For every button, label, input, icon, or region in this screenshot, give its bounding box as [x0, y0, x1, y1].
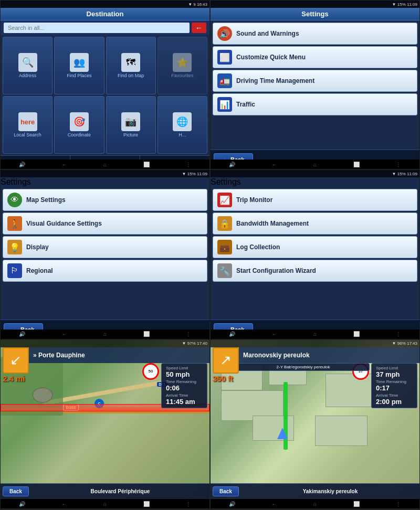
settings-title-1: Settings: [211, 8, 419, 20]
settings-map-settings[interactable]: 👁 Map Settings: [3, 189, 207, 211]
find-map-icon: 🗺: [121, 53, 140, 72]
dest-history[interactable]: 🌐 H...: [158, 96, 207, 154]
traffic-icon: 📊: [217, 97, 232, 112]
destination-panel: ▼ 9 16:43 Destination ← 🔍 Address 👥 Find…: [0, 0, 210, 169]
android-nav-5: 🔊 ← ⌂ ⬜ ⋮: [1, 499, 209, 508]
status-bar-1: ▼ 9 16:43: [1, 1, 209, 8]
paris-street-name: » Porte Dauphine: [33, 352, 85, 359]
log-icon: 💼: [217, 240, 232, 254]
moscow-arrival-value: 2:00 pm: [376, 398, 413, 406]
picture-icon: 📷: [121, 112, 140, 131]
settings-trip-monitor[interactable]: 📈 Trip Monitor: [213, 189, 417, 211]
settings-log[interactable]: 💼 Log Collection: [213, 236, 417, 258]
moscow-time-value: 0:17: [376, 384, 413, 392]
settings-bandwidth[interactable]: 🔒 Bandwidth Management: [213, 212, 417, 235]
moscow-direction-arrow: ↗: [213, 347, 239, 374]
moscow-time-label: Time Remaining: [376, 379, 413, 384]
coordinate-icon: 🎯: [70, 112, 89, 131]
status-bar-5: ▼ 97% 17:40: [1, 340, 209, 347]
settings-panel-map: ▼ 15% 11:09 Settings 👁 Map Settings 🚶 Vi…: [0, 169, 210, 339]
dest-favourites[interactable]: ⭐ Favourites: [158, 37, 207, 94]
map-settings-icon: 👁: [7, 193, 22, 207]
home-icon: ←: [61, 162, 67, 167]
android-nav-6: 🔊 ← ⌂ ⬜ ⋮: [211, 499, 419, 508]
dest-picture[interactable]: 📷 Picture: [106, 96, 156, 154]
paris-speed-label: Speed Limit: [166, 366, 203, 370]
android-nav-8: 🔊 ← ⌂ ⬜ ⋮: [211, 509, 419, 509]
find-places-icon: 👥: [70, 53, 89, 72]
settings-display[interactable]: 💡 Display: [3, 236, 207, 258]
moscow-street-name: Maronovskiy pereulok: [243, 352, 310, 359]
android-nav-7: 🔊 ← ⌂ ⬜ ⋮: [1, 509, 209, 509]
settings-panel-trip: ▼ 15% 11:09 Settings 📈 Trip Monitor 🔒 Ba…: [210, 169, 420, 339]
moscow-street-bar: Maronovskiy pereulok: [239, 347, 419, 363]
stadium: [32, 387, 53, 403]
settings-title-map: Settings: [1, 177, 209, 187]
status-bar-3: ▼ 15% 11:09: [1, 170, 209, 177]
moscow-info-box: Speed Limit 37 mph Time Remaining 0:17 A…: [371, 363, 417, 408]
visual-guidance-icon: 🚶: [7, 216, 22, 231]
driving-time-icon: 🚛: [217, 73, 232, 88]
settings-title-trip: Settings: [211, 177, 419, 187]
dest-local-search[interactable]: here Local Search: [3, 96, 52, 154]
nav-moscow-panel: ▼ 96% 17:43 ↗ Maronovskiy pereulok 350 f…: [210, 339, 420, 509]
quick-menu-icon: ⬜: [217, 50, 232, 65]
dest-coordinate[interactable]: 🎯 Coordinate: [54, 96, 104, 154]
menu-icon: ⬜: [143, 162, 150, 167]
moscow-speed-value: 37 mph: [376, 370, 413, 378]
dest-find-places[interactable]: 👥 Find Places: [54, 37, 104, 94]
paris-distance: 2.4 mi: [3, 374, 25, 383]
paris-arrival-label: Arrival Time: [166, 393, 203, 398]
settings-list-map: 👁 Map Settings 🚶 Visual Guidance Setting…: [1, 187, 209, 319]
paris-time-value: 0:06: [166, 384, 203, 392]
search-input[interactable]: [4, 23, 190, 33]
sound-icon: 🔊: [217, 26, 232, 41]
vol-icon: 🔊: [19, 162, 25, 167]
moscow-back-button[interactable]: Back: [213, 486, 239, 496]
status-bar-6: ▼ 96% 17:43: [211, 340, 419, 347]
dest-address[interactable]: 🔍 Address: [3, 37, 52, 94]
paris-direction-arrow: ↙: [3, 347, 29, 374]
status-bar-4: ▼ 15% 11:09: [211, 170, 419, 177]
more-dots: ⋮: [186, 162, 191, 167]
paris-info-box: Speed Limit 50 mph Time Remaining 0:06 A…: [161, 363, 207, 408]
settings-traffic[interactable]: 📊 Traffic: [213, 93, 417, 115]
moscow-speed-label: Speed Limit: [376, 366, 413, 370]
settings-driving-time[interactable]: 🚛 Driving Time Management: [213, 70, 417, 92]
nav-paris-panel: D102 D21 N13 JardinGuilbaud C ▼ 97% 17:4…: [0, 339, 210, 509]
android-nav-2: 🔊 ← ⌂ ⬜ ⋮: [211, 160, 419, 169]
android-nav-1: 🔊 ← ⌂ ⬜ ⋮: [1, 160, 209, 169]
square-icon: ⌂: [103, 162, 107, 167]
paris-current-street: Boulevard Périphérique: [31, 488, 209, 494]
search-clear-button[interactable]: ←: [192, 23, 206, 33]
moscow-current-street: Yakimanskiy pereulok: [241, 488, 419, 494]
moscow-arrival-label: Arrival Time: [376, 393, 413, 398]
paris-arrival-value: 11:45 am: [166, 398, 203, 406]
address-icon: 🔍: [18, 53, 37, 72]
display-icon: 💡: [7, 240, 22, 254]
moscow-distance: 350 ft: [213, 374, 233, 383]
wizard-icon: 🔧: [217, 263, 232, 278]
settings-panel-1: ▼ 15% 11:09 Settings 🔊 Sound and Warning…: [210, 0, 420, 169]
paris-bottom-bar: Back Boulevard Périphérique: [1, 483, 209, 499]
local-search-icon: here: [18, 112, 37, 131]
paris-speed-value: 50 mph: [166, 370, 203, 378]
paris-back-button[interactable]: Back: [3, 486, 29, 496]
settings-wizard[interactable]: 🔧 Start Configuration Wizard: [213, 260, 417, 282]
favourites-icon: ⭐: [173, 53, 192, 72]
settings-regional[interactable]: 🏳 Regional: [3, 260, 207, 282]
settings-sound[interactable]: 🔊 Sound and Warnings: [213, 23, 417, 45]
settings-visual-guidance[interactable]: 🚶 Visual Guidance Settings: [3, 212, 207, 235]
block-4: [326, 374, 378, 407]
paris-street-bar: » Porte Dauphine: [29, 347, 209, 363]
moscow-bottom-bar: Back Yakimanskiy pereulok: [211, 483, 419, 499]
regional-icon: 🏳: [7, 263, 22, 278]
android-nav-3: 🔊 ← ⌂ ⬜ ⋮: [1, 330, 209, 339]
destination-grid: 🔍 Address 👥 Find Places 🗺 Find on Map ⭐ …: [1, 35, 209, 155]
search-bar: ←: [1, 20, 209, 35]
status-text-2: ▼ 15% 11:09: [392, 2, 417, 7]
settings-quick-menu[interactable]: ⬜ Customize Quick Menu: [213, 46, 417, 68]
route-green: [284, 382, 288, 450]
dest-find-map[interactable]: 🗺 Find on Map: [106, 37, 156, 94]
android-nav-4: 🔊 ← ⌂ ⬜ ⋮: [211, 330, 419, 339]
